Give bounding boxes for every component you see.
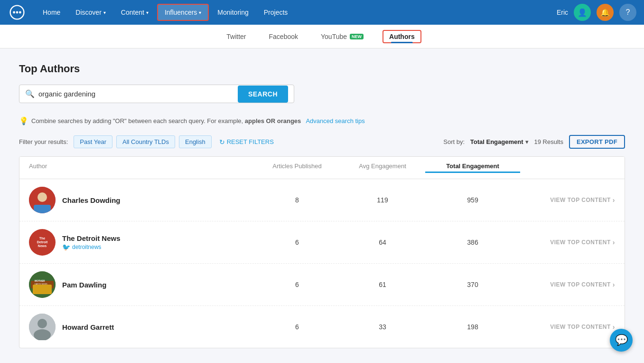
svg-point-14 <box>34 329 51 340</box>
subnav-youtube[interactable]: YouTube NEW <box>317 26 367 47</box>
svg-rect-9 <box>33 285 52 294</box>
results-table: Author Articles Published Avg Engagement… <box>19 156 625 348</box>
nav-content-label: Content <box>121 9 144 16</box>
author-info-howard: Howard Garrett <box>62 323 114 331</box>
table-row: MOTHER EARTH NEWS Pam Dawling 6 61 370 V… <box>19 264 625 306</box>
author-name-detroit: The Detroit News <box>62 234 121 242</box>
sort-value: Total Engagement <box>470 138 523 145</box>
nav-user-name: Eric <box>557 9 568 16</box>
nav-content[interactable]: Content ▾ <box>114 5 155 20</box>
filter-bar: Filter your results: Past Year All Count… <box>19 135 625 149</box>
svg-rect-6 <box>34 205 51 213</box>
hint-icon: 💡 <box>19 116 28 125</box>
articles-pam: 6 <box>254 281 340 288</box>
view-label-detroit: VIEW TOP CONTENT <box>550 239 611 246</box>
hint-text: Combine searches by adding "OR" between … <box>31 117 365 124</box>
avatar-charles <box>29 187 56 213</box>
nav-influencers[interactable]: Influencers ▾ <box>157 4 209 21</box>
twitter-icon: 🐦 <box>62 243 70 251</box>
sort-by[interactable]: Sort by: Total Engagement ▾ <box>443 138 528 145</box>
view-top-content-pam[interactable]: VIEW TOP CONTENT › <box>520 281 615 288</box>
author-name-howard: Howard Garrett <box>62 323 114 331</box>
nav-help[interactable]: ? <box>619 4 636 21</box>
reset-filters-button[interactable]: ↻ RESET FILTERS <box>215 136 278 148</box>
author-cell-howard: Howard Garrett <box>29 314 254 340</box>
author-cell-charles: Charles Dowding <box>29 187 254 213</box>
youtube-badge: NEW <box>350 34 364 39</box>
chat-bubble[interactable]: 💬 <box>610 329 633 352</box>
total-engagement-detroit: 386 <box>425 239 520 246</box>
view-label-pam: VIEW TOP CONTENT <box>550 281 611 288</box>
filter-country[interactable]: All Country TLDs <box>116 135 175 148</box>
filter-past-year[interactable]: Past Year <box>74 135 112 148</box>
nav-home-label: Home <box>43 9 60 16</box>
reset-icon: ↻ <box>219 138 225 146</box>
author-handle-detroit: 🐦 detroitnews <box>62 243 121 251</box>
nav-user-avatar[interactable]: 👤 <box>574 4 591 21</box>
search-hint: 💡 Combine searches by adding "OR" betwee… <box>19 116 625 125</box>
avatar-howard <box>29 314 56 340</box>
view-top-content-detroit[interactable]: VIEW TOP CONTENT › <box>520 239 615 246</box>
nav-help-label: ? <box>626 8 630 17</box>
view-arrow-howard: › <box>613 323 615 331</box>
avg-engagement-howard: 33 <box>340 323 425 331</box>
subnav-twitter-label: Twitter <box>226 33 246 40</box>
svg-point-13 <box>37 319 47 328</box>
export-pdf-button[interactable]: EXPORT PDF <box>569 135 625 149</box>
svg-text:MOTHER: MOTHER <box>35 279 45 282</box>
view-label-charles: VIEW TOP CONTENT <box>550 197 611 203</box>
chat-icon: 💬 <box>615 334 628 346</box>
avg-engagement-charles: 119 <box>340 196 425 204</box>
svg-point-5 <box>37 192 47 202</box>
hint-bold-text: apples OR oranges <box>245 117 301 124</box>
main-content: Top Authors 🔍 SEARCH 💡 Combine searches … <box>0 48 644 363</box>
logo[interactable] <box>8 3 27 22</box>
table-row: Charles Dowding 8 119 959 VIEW TOP CONTE… <box>19 179 625 221</box>
view-top-content-howard[interactable]: VIEW TOP CONTENT › <box>520 323 615 331</box>
subnav-facebook[interactable]: Facebook <box>265 26 302 47</box>
sub-nav: Twitter Facebook YouTube NEW Authors <box>0 25 644 48</box>
svg-point-1 <box>13 11 15 14</box>
nav-content-chevron: ▾ <box>146 10 149 15</box>
nav-projects-label: Projects <box>264 9 288 16</box>
col-actions <box>520 162 615 173</box>
avatar-detroit: TheDetroitNews <box>29 229 56 256</box>
advanced-search-tips-link[interactable]: Advanced search tips <box>306 117 364 124</box>
nav-discover-label: Discover <box>75 9 101 16</box>
col-author: Author <box>29 162 254 173</box>
reset-label: RESET FILTERS <box>227 138 274 145</box>
nav-monitoring[interactable]: Monitoring <box>211 5 255 20</box>
nav-notifications[interactable]: 🔔 <box>597 4 614 21</box>
nav-influencers-label: Influencers <box>165 9 197 16</box>
page-title: Top Authors <box>19 63 625 75</box>
author-info-detroit: The Detroit News 🐦 detroitnews <box>62 234 121 251</box>
articles-charles: 8 <box>254 196 340 204</box>
nav-monitoring-label: Monitoring <box>217 9 248 16</box>
sort-label: Sort by: <box>443 138 465 145</box>
avg-engagement-detroit: 64 <box>340 239 425 246</box>
search-input[interactable] <box>38 85 233 103</box>
author-info-pam: Pam Dawling <box>62 281 106 289</box>
table-header: Author Articles Published Avg Engagement… <box>19 157 625 179</box>
subnav-twitter[interactable]: Twitter <box>223 26 250 47</box>
total-engagement-pam: 370 <box>425 281 520 288</box>
sort-area: Sort by: Total Engagement ▾ 19 Results E… <box>443 135 625 149</box>
search-button[interactable]: SEARCH <box>238 86 288 103</box>
filter-label: Filter your results: <box>19 138 68 145</box>
nav-projects[interactable]: Projects <box>257 5 295 20</box>
handle-text-detroit: detroitnews <box>72 244 101 250</box>
avatar-pam: MOTHER EARTH NEWS <box>29 271 56 298</box>
subnav-authors-label: Authors <box>389 33 415 40</box>
nav-home[interactable]: Home <box>36 5 67 20</box>
subnav-authors[interactable]: Authors <box>383 30 421 43</box>
view-arrow-detroit: › <box>613 239 615 246</box>
results-count: 19 Results <box>534 138 563 145</box>
view-arrow-charles: › <box>613 196 615 204</box>
nav-right: Eric 👤 🔔 ? <box>557 4 636 21</box>
filter-language[interactable]: English <box>179 135 212 148</box>
search-bar: 🔍 SEARCH <box>19 85 294 103</box>
author-info-charles: Charles Dowding <box>62 196 121 204</box>
view-top-content-charles[interactable]: VIEW TOP CONTENT › <box>520 196 615 204</box>
table-row: TheDetroitNews The Detroit News 🐦 detroi… <box>19 221 625 264</box>
nav-discover[interactable]: Discover ▾ <box>69 5 112 20</box>
